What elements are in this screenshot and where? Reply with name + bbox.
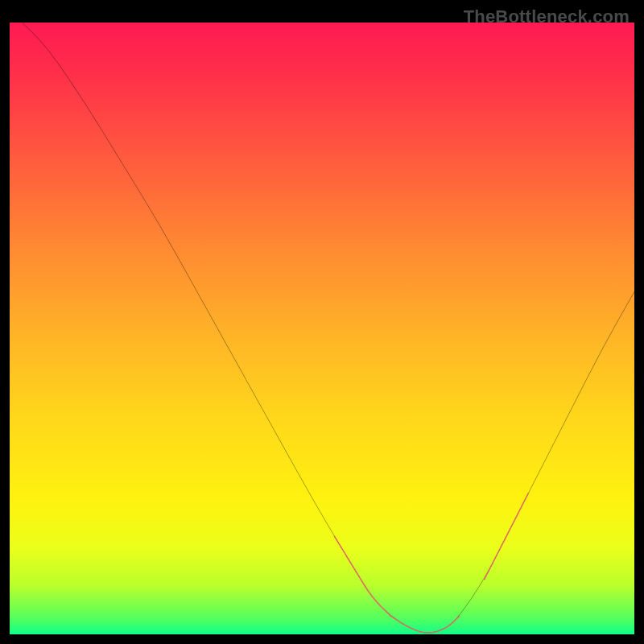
bottleneck-curve bbox=[23, 23, 634, 633]
chart-frame: TheBottleneck.com bbox=[10, 10, 634, 634]
plot-area bbox=[10, 23, 634, 634]
curve-layer bbox=[10, 23, 634, 634]
dash-right bbox=[485, 493, 528, 579]
dash-left bbox=[335, 536, 391, 616]
dash-bottom bbox=[390, 616, 459, 633]
